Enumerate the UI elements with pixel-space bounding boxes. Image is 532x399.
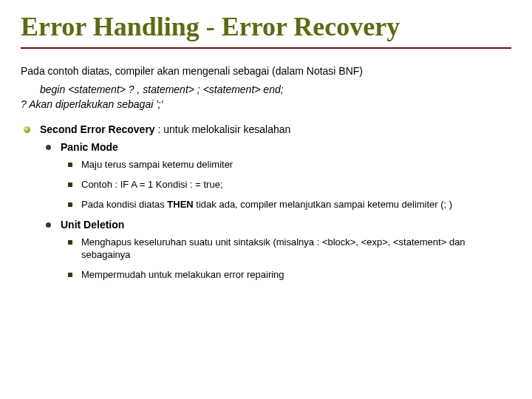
- panic-item-1: Maju terus sampai ketemu delimiter: [68, 159, 511, 171]
- bullet-unit-deletion: Unit Deletion Menghapus keseluruhan suat…: [46, 219, 511, 282]
- bullet1-rest: : untuk melokalisir kesalahan: [155, 123, 291, 135]
- page-title: Error Handling - Error Recovery: [21, 13, 511, 49]
- slide: Error Handling - Error Recovery Pada con…: [0, 0, 532, 399]
- panic3-bold: THEN: [167, 199, 193, 210]
- unit-deletion-items: Menghapus keseluruhan suatu unit sintaks…: [68, 236, 511, 282]
- panic3-post: tidak ada, compiler melanjutkan sampai k…: [194, 199, 452, 210]
- bullet-list-lvl1: Second Error Recovery : untuk melokalisi…: [24, 123, 511, 281]
- panic3-pre: Pada kondisi diatas: [81, 199, 167, 210]
- intro-text: Pada contoh diatas, compiler akan mengen…: [21, 65, 511, 78]
- bullet-list-lvl2: Panic Mode Maju terus sampai ketemu deli…: [46, 141, 511, 281]
- unit-deletion-label: Unit Deletion: [61, 219, 124, 231]
- bullet1-bold: Second Error Recovery: [40, 123, 155, 135]
- panic-item-3: Pada kondisi diatas THEN tidak ada, comp…: [68, 199, 511, 211]
- unit-item-2: Mempermudah untuk melakukan error repair…: [68, 269, 511, 282]
- unit-item-1: Menghapus keseluruhan suatu unit sintaks…: [68, 236, 511, 262]
- bullet-panic-mode: Panic Mode Maju terus sampai ketemu deli…: [46, 141, 511, 211]
- panic-item-2: Contoh : IF A = 1 Kondisi : = true;: [68, 179, 511, 191]
- panic-mode-items: Maju terus sampai ketemu delimiter Conto…: [68, 159, 511, 211]
- note-text: ? Akan diperlakukan sebagai ';': [21, 98, 511, 110]
- bnf-code: begin <statement> ? , statement> ; <stat…: [40, 83, 511, 95]
- panic-mode-label: Panic Mode: [61, 141, 118, 153]
- bullet-second-error-recovery: Second Error Recovery : untuk melokalisi…: [24, 123, 511, 281]
